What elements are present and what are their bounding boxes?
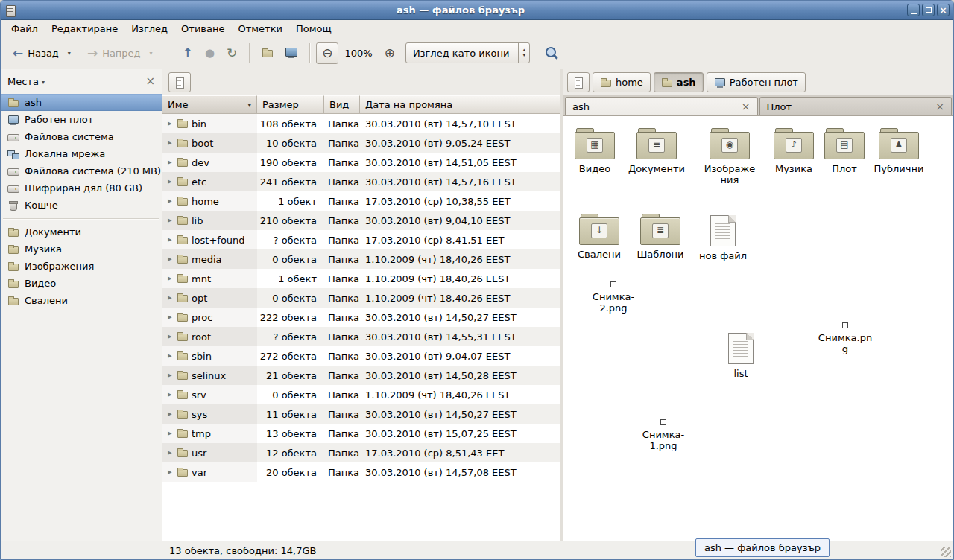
expander-icon[interactable]: ▶ [166, 353, 174, 359]
table-row[interactable]: ▶ bin 108 обекта Папка 30.03.2010 (вт) 1… [162, 114, 560, 133]
table-row[interactable]: ▶ sbin 272 обекта Папка 30.03.2010 (вт) … [162, 346, 560, 366]
sidebar-item[interactable]: Изображения [1, 258, 162, 275]
zoom-level[interactable]: 100% [338, 43, 378, 63]
home-button[interactable] [256, 42, 279, 63]
tab-close-icon[interactable]: × [742, 101, 751, 112]
sidebar-item[interactable]: Локална мрежа [1, 145, 162, 162]
sidebar-item[interactable]: ash [1, 94, 162, 111]
search-button[interactable] [539, 42, 564, 64]
sidebar-item[interactable]: Шифриран дял (80 GB) [1, 179, 162, 197]
table-row[interactable]: ▶ opt 0 обекта Папка 1.10.2009 (чт) 18,4… [162, 288, 560, 308]
table-row[interactable]: ▶ usr 12 обекта Папка 17.03.2010 (ср) 8,… [162, 443, 560, 462]
folder-item-documents[interactable]: Документи [625, 128, 688, 174]
root-location-button[interactable] [168, 72, 191, 92]
expander-icon[interactable]: ▶ [166, 140, 174, 146]
tab-ash[interactable]: ash × [565, 97, 758, 115]
sidebar-item[interactable]: Кошче [1, 197, 162, 214]
sidebar-item[interactable]: Свалени [1, 292, 162, 309]
sidebar-title[interactable]: Места [7, 76, 39, 87]
maximize-button[interactable] [922, 4, 935, 16]
minimize-button[interactable] [907, 4, 920, 16]
expander-icon[interactable]: ▶ [166, 179, 174, 185]
folder-item-pictures[interactable]: Изображения [698, 128, 761, 185]
column-header-size[interactable]: Размер [257, 95, 324, 114]
view-mode-select[interactable]: Изглед като икони ▴▾ [405, 42, 530, 63]
menu-item[interactable]: Редактиране [45, 22, 124, 36]
expander-icon[interactable]: ▶ [166, 334, 174, 340]
computer-button[interactable] [279, 42, 303, 63]
table-row[interactable]: ▶ dev 190 обекта Папка 30.03.2010 (вт) 1… [162, 153, 560, 172]
folder-item-video[interactable]: Видео [563, 128, 626, 174]
filesystem-root-button[interactable] [567, 72, 590, 92]
table-row[interactable]: ▶ proc 222 обекта Папка 30.03.2010 (вт) … [162, 308, 560, 327]
expander-icon[interactable]: ▶ [166, 469, 174, 475]
expander-icon[interactable]: ▶ [166, 217, 174, 223]
expander-icon[interactable]: ▶ [166, 198, 174, 204]
file-item-snimka1[interactable]: Снимка-1.png [625, 419, 702, 451]
file-item-snimka[interactable]: GNOME Store Снимка.png [806, 322, 884, 354]
menu-item[interactable]: Файл [4, 22, 45, 36]
back-dropdown[interactable]: ▾ [65, 45, 74, 61]
table-row[interactable]: ▶ boot 10 обекта Папка 30.03.2010 (вт) 9… [162, 133, 560, 153]
sidebar-item[interactable]: Документи [1, 223, 162, 241]
table-row[interactable]: ▶ var 20 обекта Папка 30.03.2010 (вт) 14… [162, 462, 560, 482]
tab-close-icon[interactable]: × [935, 101, 944, 112]
table-row[interactable]: ▶ etc 241 обекта Папка 30.03.2010 (вт) 1… [162, 172, 560, 191]
sidebar-close-icon[interactable]: × [145, 76, 155, 87]
folder-item-public[interactable]: Публични [868, 128, 930, 174]
expander-icon[interactable]: ▶ [166, 237, 174, 243]
table-row[interactable]: ▶ home 1 обект Папка 17.03.2010 (ср) 10,… [162, 191, 560, 211]
table-row[interactable]: ▶ root ? обекта Папка 30.03.2010 (вт) 14… [162, 327, 560, 346]
file-item-new-file[interactable]: нов файл [692, 215, 754, 261]
expander-icon[interactable]: ▶ [166, 159, 174, 165]
titlebar[interactable]: ash — файлов браузър × [1, 1, 953, 20]
sidebar-item[interactable]: Файлова система [1, 128, 162, 145]
table-row[interactable]: ▶ mnt 1 обект Папка 1.10.2009 (чт) 18,40… [162, 269, 560, 288]
pathbar-button-ash[interactable]: ash [654, 72, 704, 92]
sidebar-item[interactable]: Музика [1, 241, 162, 258]
column-header-type[interactable]: Вид [324, 95, 360, 114]
file-item-snimka2[interactable]: GUADEC Снимка-2.png [575, 281, 652, 314]
forward-button[interactable]: → Напред [81, 42, 147, 64]
up-button[interactable]: ↑ [177, 42, 199, 64]
close-button[interactable]: × [937, 4, 950, 16]
expander-icon[interactable]: ▶ [166, 411, 174, 417]
tab-plot[interactable]: Плот × [759, 97, 953, 115]
spinner-arrows-icon[interactable]: ▴▾ [518, 43, 529, 63]
table-row[interactable]: ▶ lost+found ? обекта Папка 17.03.2010 (… [162, 230, 560, 249]
folder-item-desktop[interactable]: Плот [813, 128, 876, 174]
folder-item-downloads[interactable]: Свалени [568, 214, 631, 260]
sidebar-item[interactable]: Работен плот [1, 111, 162, 128]
column-header-name[interactable]: Име ▾ [162, 95, 257, 114]
menu-item[interactable]: Отиване [174, 22, 231, 36]
table-row[interactable]: ▶ sys 11 обекта Папка 30.03.2010 (вт) 14… [162, 404, 560, 424]
expander-icon[interactable]: ▶ [166, 276, 174, 281]
stop-button[interactable]: ● [199, 43, 221, 63]
table-row[interactable]: ▶ media 0 обекта Папка 1.10.2009 (чт) 18… [162, 249, 560, 269]
expander-icon[interactable]: ▶ [166, 121, 174, 127]
icon-view[interactable]: Видео Документи Изображения Музика Плот [563, 116, 953, 541]
zoom-out-button[interactable]: ⊖ [316, 42, 338, 64]
menu-item[interactable]: Помощ [289, 22, 338, 36]
back-button[interactable]: ← Назад [7, 42, 65, 64]
menu-item[interactable]: Отметки [231, 22, 288, 36]
expander-icon[interactable]: ▶ [166, 314, 174, 320]
zoom-in-button[interactable]: ⊕ [379, 42, 401, 64]
pathbar-button-home[interactable]: home [593, 72, 651, 92]
expander-icon[interactable]: ▶ [166, 256, 174, 262]
expander-icon[interactable]: ▶ [166, 372, 174, 378]
expander-icon[interactable]: ▶ [166, 392, 174, 398]
expander-icon[interactable]: ▶ [166, 450, 174, 456]
column-header-modified[interactable]: Дата на промяна [360, 95, 560, 114]
forward-dropdown[interactable]: ▾ [147, 45, 156, 61]
table-row[interactable]: ▶ tmp 13 обекта Папка 30.03.2010 (вт) 15… [162, 424, 560, 443]
expander-icon[interactable]: ▶ [166, 430, 174, 436]
file-item-list[interactable]: list [710, 333, 772, 379]
folder-item-templates[interactable]: Шаблони [629, 214, 692, 260]
resize-grip[interactable] [941, 547, 951, 557]
reload-button[interactable]: ↻ [221, 42, 243, 64]
expander-icon[interactable]: ▶ [166, 295, 174, 301]
sidebar-item[interactable]: Файлова система (210 MB) [1, 162, 162, 179]
sidebar-item[interactable]: Видео [1, 275, 162, 292]
table-row[interactable]: ▶ srv 0 обекта Папка 1.10.2009 (чт) 18,4… [162, 385, 560, 404]
